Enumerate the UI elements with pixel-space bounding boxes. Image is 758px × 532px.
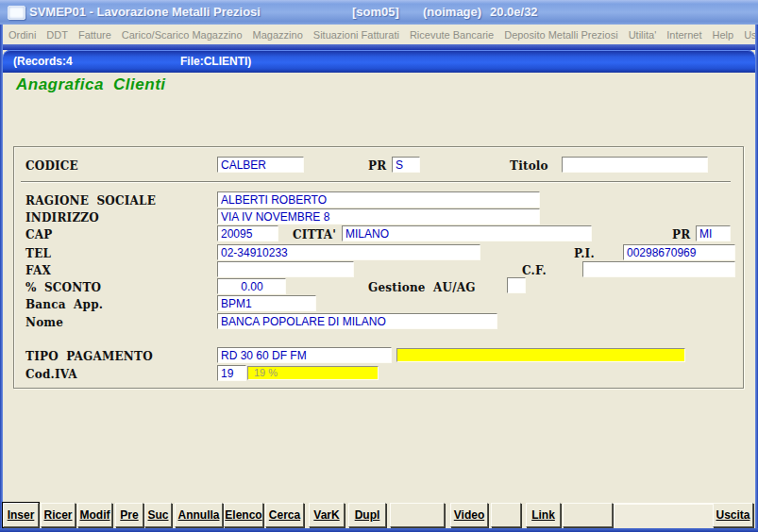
cod-iva-input[interactable] bbox=[217, 365, 246, 381]
sconto-input[interactable] bbox=[217, 278, 286, 294]
pr-codice-label: PR bbox=[368, 159, 386, 173]
gestione-au-ag-label: Gestione AU/AG bbox=[368, 281, 476, 294]
ragione-sociale-label: RAGIONE SOCIALE bbox=[25, 194, 156, 208]
pr-citta-input[interactable] bbox=[696, 225, 731, 241]
suc-button[interactable]: Suc bbox=[144, 503, 172, 527]
cerca-button[interactable]: Cerca bbox=[265, 503, 304, 527]
titolo-label: Titolo bbox=[510, 159, 548, 173]
pr-codice-input[interactable] bbox=[392, 157, 420, 173]
pi-input[interactable] bbox=[623, 244, 735, 260]
cod-iva-description-field: 19 % bbox=[247, 366, 379, 380]
menu-bar: Ordini DDT Fatture Carico/Scarico Magazz… bbox=[3, 25, 755, 44]
banca-app-label: Banca App. bbox=[25, 298, 103, 311]
indirizzo-input[interactable] bbox=[217, 208, 540, 224]
page-title: Anagrafica Clienti bbox=[16, 75, 166, 94]
tipo-pagamento-input[interactable] bbox=[217, 347, 392, 363]
ragione-sociale-input[interactable] bbox=[217, 191, 540, 208]
banca-app-input[interactable] bbox=[217, 295, 316, 311]
menu-item-deposito-metalli[interactable]: Deposito Metalli Preziosi bbox=[504, 29, 617, 41]
form-divider bbox=[21, 181, 731, 183]
menu-item-carico-scarico[interactable]: Carico/Scarico Magazzino bbox=[122, 29, 243, 41]
fax-label: FAX bbox=[25, 264, 51, 277]
citta-input[interactable] bbox=[342, 225, 592, 241]
banca-nome-label: Nome bbox=[25, 316, 63, 329]
video-button[interactable]: Video bbox=[450, 503, 488, 527]
session-label: [som05] bbox=[352, 5, 399, 19]
gestione-au-ag-checkbox[interactable] bbox=[507, 277, 526, 293]
record-status-bar: (Records:4 File:CLIENTI) bbox=[3, 50, 755, 73]
tel-input[interactable] bbox=[217, 244, 480, 260]
titolo-input[interactable] bbox=[562, 157, 708, 173]
blank-button-2 bbox=[491, 503, 521, 527]
cf-input[interactable] bbox=[582, 261, 735, 277]
vark-button[interactable]: VarK bbox=[309, 503, 345, 527]
dupl-button[interactable]: Dupl bbox=[348, 503, 386, 527]
window-frame-bottom bbox=[0, 528, 758, 532]
file-name-label: File:CLIENTI) bbox=[180, 55, 251, 68]
elenco-button[interactable]: Elenco bbox=[224, 503, 263, 527]
menu-item-utilita[interactable]: Utilita' bbox=[629, 29, 657, 41]
citta-label: CITTA' bbox=[293, 228, 336, 241]
link-button[interactable]: Link bbox=[526, 503, 561, 527]
tipo-pagamento-highlight-field bbox=[396, 348, 685, 362]
records-count-label: (Records:4 bbox=[13, 55, 73, 68]
menu-item-internet[interactable]: Internet bbox=[666, 29, 701, 41]
menu-item-ordini[interactable]: Ordini bbox=[8, 29, 36, 41]
window-title: SVMEP01 - Lavorazione Metalli Preziosi bbox=[29, 5, 261, 19]
menu-item-fatture[interactable]: Fatture bbox=[78, 29, 111, 41]
sconto-label: % SCONTO bbox=[25, 281, 101, 294]
codice-input[interactable] bbox=[217, 157, 304, 173]
application-window: SVMEP01 - Lavorazione Metalli Preziosi [… bbox=[0, 0, 758, 532]
cod-iva-label: Cod.IVA bbox=[25, 368, 77, 381]
cap-label: CAP bbox=[25, 228, 53, 241]
cap-input[interactable] bbox=[217, 225, 278, 241]
tel-label: TEL bbox=[25, 247, 51, 260]
blank-button-3 bbox=[563, 503, 613, 527]
modif-button[interactable]: Modif bbox=[77, 503, 112, 527]
codice-label: CODICE bbox=[25, 159, 78, 173]
noimage-label: (noimage) bbox=[423, 5, 481, 19]
tipo-pagamento-label: TIPO PAGAMENTO bbox=[25, 350, 153, 363]
menu-item-ddt[interactable]: DDT bbox=[46, 29, 68, 41]
annulla-button[interactable]: Annulla bbox=[175, 503, 223, 527]
menu-item-magazzino[interactable]: Magazzino bbox=[253, 29, 303, 41]
menu-item-ricevute-bancarie[interactable]: Ricevute Bancarie bbox=[410, 29, 494, 41]
menu-item-situazioni[interactable]: Situazioni Fatturati bbox=[313, 29, 399, 41]
pre-button[interactable]: Pre bbox=[115, 503, 143, 527]
title-bar: SVMEP01 - Lavorazione Metalli Preziosi [… bbox=[0, 0, 758, 25]
pi-label: P.I. bbox=[574, 247, 595, 260]
blank-button-1 bbox=[390, 503, 445, 527]
inser-button[interactable]: Inser bbox=[3, 503, 39, 527]
cf-label: C.F. bbox=[522, 264, 547, 277]
toolbar-spacer-panel bbox=[614, 503, 713, 527]
uscita-button[interactable]: Uscita bbox=[713, 503, 753, 527]
indirizzo-label: INDIRIZZO bbox=[25, 211, 99, 224]
pr-citta-label: PR bbox=[672, 228, 690, 241]
fax-input[interactable] bbox=[217, 261, 354, 277]
window-icon bbox=[8, 6, 25, 20]
version-label: 20.0e/32 bbox=[490, 5, 538, 19]
menu-item-help[interactable]: Help bbox=[713, 29, 734, 41]
banca-nome-input[interactable] bbox=[217, 313, 497, 329]
window-frame-left bbox=[0, 25, 3, 532]
ricer-button[interactable]: Ricer bbox=[41, 503, 76, 527]
